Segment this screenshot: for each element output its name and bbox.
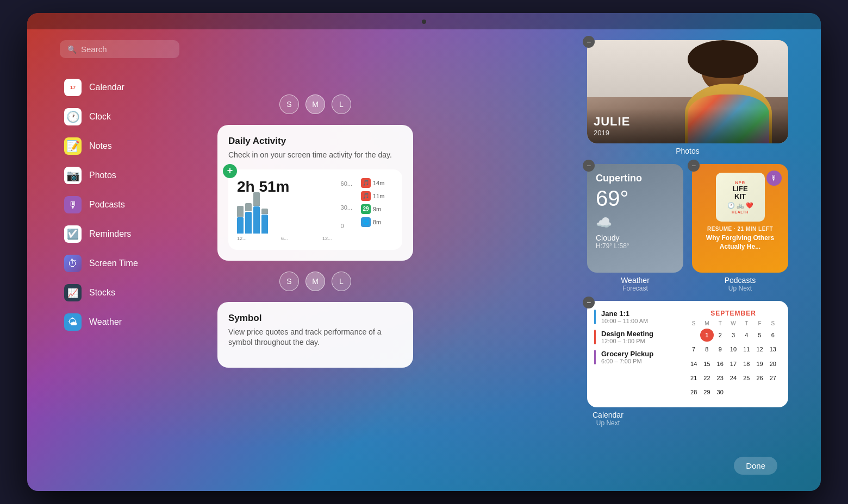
cal-day-2: 2 xyxy=(714,329,727,342)
activity-time: 2h 51m xyxy=(237,178,332,196)
sidebar-item-notes[interactable]: 📝 Notes xyxy=(60,132,179,160)
calendar-icon: 17 xyxy=(64,79,82,96)
cal-day-header-s1: S xyxy=(687,320,700,326)
cal-days-grid: - 1 2 3 4 5 6 7 8 9 10 11 12 13 xyxy=(687,329,780,399)
search-bar[interactable]: 🔍 Search xyxy=(60,40,179,58)
cal-day-17: 17 xyxy=(727,357,740,370)
weather-temp: 69° xyxy=(596,186,675,211)
podcast-episode-title: Why Forgiving Others Actually He... xyxy=(701,234,780,251)
size-small-btn-bottom[interactable]: S xyxy=(279,272,299,291)
photo-year: 2019 xyxy=(594,129,782,137)
widget-desc: Check in on your screen time activity fo… xyxy=(228,150,402,161)
camera-dot xyxy=(422,20,426,24)
done-button[interactable]: Done xyxy=(734,457,777,475)
sidebar-item-stocks[interactable]: 📈 Stocks xyxy=(60,279,179,307)
calendar-widget-label: Calendar xyxy=(593,411,623,419)
activity-widget: + 2h 51m xyxy=(228,169,402,250)
remove-podcasts-btn[interactable]: − xyxy=(688,160,700,172)
symbol-widget-title: Symbol xyxy=(228,313,402,324)
cal-day-18: 18 xyxy=(740,357,753,370)
sidebar-item-reminders[interactable]: ☑️ Reminders xyxy=(60,220,179,248)
sidebar-item-weather[interactable]: 🌤 Weather xyxy=(60,308,179,336)
photos-widget: JULIE 2019 xyxy=(587,40,788,143)
calendar-events-list: Jane 1:1 10:00 – 11:00 AM Design Meeting… xyxy=(596,310,678,399)
size-large-btn-bottom[interactable]: L xyxy=(332,272,351,291)
cal-month: SEPTEMBER xyxy=(687,310,780,317)
cal-day-header-t2: T xyxy=(740,320,753,326)
calendar-event-design: Design Meeting 12:00 – 1:00 PM xyxy=(596,330,678,344)
cal-day-13: 13 xyxy=(766,343,780,356)
chart-label-12a: 12... xyxy=(237,236,247,241)
weather-condition: Cloudy xyxy=(596,234,675,242)
cal-day-26: 26 xyxy=(753,371,766,385)
daily-activity-widget-preview: Daily Activity Check in on your screen t… xyxy=(217,125,413,261)
weather-widget-sublabel: Forecast xyxy=(587,285,683,292)
cal-day-3: 3 xyxy=(727,329,740,342)
sidebar-item-label-calendar: Calendar xyxy=(89,83,124,92)
app-time-4: 8m xyxy=(373,219,381,225)
cal-day-14: 14 xyxy=(687,357,700,370)
event-name-grocery: Grocery Pickup xyxy=(601,350,678,358)
remove-weather-btn[interactable]: − xyxy=(583,160,595,172)
sidebar-item-label-podcasts: Podcasts xyxy=(89,200,125,210)
chart-label-12p: 12... xyxy=(322,236,332,241)
size-medium-btn-bottom[interactable]: M xyxy=(305,272,325,291)
reminders-icon: ☑️ xyxy=(64,225,82,243)
calendar-event-jane: Jane 1:1 10:00 – 11:00 AM xyxy=(596,310,678,324)
sidebar-item-label-screentime: Screen Time xyxy=(89,259,138,268)
calendar-event-grocery: Grocery Pickup 6:00 – 7:00 PM xyxy=(596,350,678,364)
cal-day-19: 19 xyxy=(753,357,766,370)
sidebar-item-label-stocks: Stocks xyxy=(89,288,115,298)
weather-cloud-icon: ☁️ xyxy=(596,215,675,230)
podcasts-widget-label: Podcasts xyxy=(692,276,788,285)
event-name-design: Design Meeting xyxy=(601,330,678,338)
right-panel: − JUL xyxy=(587,40,788,427)
size-small-btn[interactable]: S xyxy=(279,94,299,114)
sidebar-item-screentime[interactable]: ⏱ Screen Time xyxy=(60,249,179,278)
chart-y-label-60: 60... xyxy=(341,180,352,187)
cal-day-22: 22 xyxy=(700,371,713,385)
calendar-grid: SEPTEMBER S M T W T F S - 1 2 3 xyxy=(687,310,780,399)
sidebar: 🔍 Search 17 Calendar 🕐 Clock 📝 Notes 📷 P… xyxy=(60,40,179,337)
podcasts-widget: 🎙 NPR LIFEKIT 🕐🚲❤️ HEALTH RESUME · 21 MI xyxy=(692,164,788,273)
widget-title: Daily Activity xyxy=(228,136,402,147)
app-time-2: 11m xyxy=(373,193,384,199)
cal-day-header-f: F xyxy=(753,320,766,326)
size-medium-btn[interactable]: M xyxy=(305,94,325,114)
photos-widget-container: − JUL xyxy=(587,40,788,155)
size-large-btn[interactable]: L xyxy=(332,94,351,114)
screentime-icon: ⏱ xyxy=(64,255,82,272)
podcasts-widget-container: − 🎙 NPR LIFEKIT 🕐🚲❤️ HEALTH xyxy=(692,164,788,292)
cal-day-10: 10 xyxy=(727,343,740,356)
cal-day-header-m: M xyxy=(700,320,713,326)
cal-day-header-w: W xyxy=(727,320,740,326)
cal-day-16: 16 xyxy=(714,357,727,370)
cal-day-7: 7 xyxy=(687,343,700,356)
remove-photos-btn[interactable]: − xyxy=(583,36,595,48)
cal-day-header-t1: T xyxy=(714,320,727,326)
cal-day-4: 4 xyxy=(740,329,753,342)
size-selector-bottom: S M L xyxy=(217,272,413,291)
podcasts-widget-sublabel: Up Next xyxy=(692,285,788,292)
stocks-icon: 📈 xyxy=(64,284,82,301)
cal-day-25: 25 xyxy=(740,371,753,385)
chart-label-6a: 6... xyxy=(281,236,288,241)
event-time-jane: 10:00 – 11:00 AM xyxy=(601,318,678,324)
podcasts-icon: 🎙 xyxy=(64,196,82,213)
podcast-resume-status: RESUME · 21 MIN LEFT xyxy=(701,226,780,232)
sidebar-item-photos[interactable]: 📷 Photos xyxy=(60,161,179,190)
notes-icon: 📝 xyxy=(64,137,82,155)
add-widget-btn[interactable]: + xyxy=(223,164,237,178)
size-selector-top: S M L xyxy=(217,94,413,114)
sidebar-item-label-reminders: Reminders xyxy=(89,229,131,239)
search-icon: 🔍 xyxy=(67,45,77,54)
event-time-grocery: 6:00 – 7:00 PM xyxy=(601,358,678,364)
remove-calendar-btn[interactable]: − xyxy=(583,297,595,308)
sidebar-item-podcasts[interactable]: 🎙 Podcasts xyxy=(60,191,179,219)
sidebar-item-calendar[interactable]: 17 Calendar xyxy=(60,73,179,102)
app-time-1: 14m xyxy=(373,180,384,186)
weather-widget-container: − Cupertino 69° ☁️ Cloudy H:79° L:58° We… xyxy=(587,164,683,292)
sidebar-item-clock[interactable]: 🕐 Clock xyxy=(60,103,179,131)
cal-day-empty: - xyxy=(687,329,700,342)
cal-days-header: S M T W T F S xyxy=(687,320,780,326)
